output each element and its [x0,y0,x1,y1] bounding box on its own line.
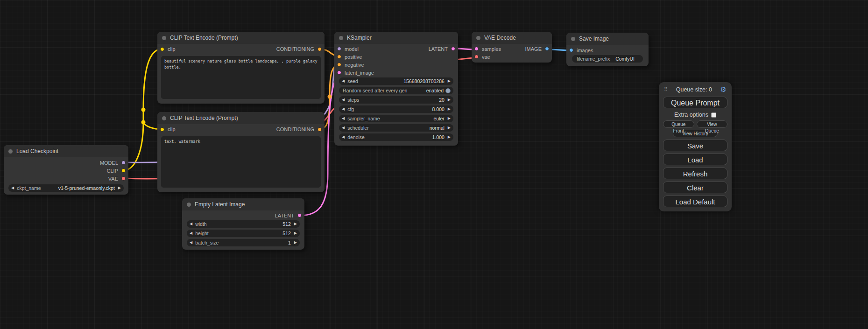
collapse-dot-icon[interactable] [162,116,166,120]
load-button[interactable]: Load [663,154,727,165]
increment-arrow-icon[interactable]: ▶ [448,79,451,83]
collapse-dot-icon[interactable] [8,149,13,154]
node-title: Empty Latent Image [195,201,245,208]
prompt-textarea[interactable]: beautiful scenery nature glass bottle la… [161,56,321,99]
denoise-widget[interactable]: ◀ denoise 1.000 ▶ [339,133,453,141]
widget-label: seed [347,78,358,84]
node-load-checkpoint[interactable]: Load Checkpoint MODEL CLIP VAE ◀ ckpt_na… [4,145,128,195]
collapse-dot-icon[interactable] [339,36,343,40]
prev-value-arrow-icon[interactable]: ◀ [11,186,14,190]
scheduler-widget[interactable]: ◀ scheduler normal ▶ [339,124,453,132]
node-title: CLIP Text Encode (Prompt) [170,115,238,121]
ckpt-name-widget[interactable]: ◀ ckpt_name v1-5-pruned-emaonly.ckpt ▶ [8,184,124,192]
steps-widget[interactable]: ◀ steps 20 ▶ [339,96,453,104]
decrement-arrow-icon[interactable]: ◀ [342,79,345,83]
sampler-name-widget[interactable]: ◀ sampler_name euler ▶ [339,115,453,122]
node-clip-text-encode-positive[interactable]: CLIP Text Encode (Prompt) clip CONDITION… [157,32,325,104]
input-slot-latent-image[interactable] [337,70,341,75]
node-title-bar[interactable]: KSampler [334,32,458,44]
slot-label: vae [482,54,490,60]
node-clip-text-encode-negative[interactable]: CLIP Text Encode (Prompt) clip CONDITION… [157,112,325,192]
seed-widget[interactable]: ◀ seed 156680208700286 ▶ [339,77,453,85]
input-slot-clip[interactable] [160,127,164,132]
output-slot-model[interactable] [121,161,126,165]
input-slot-clip[interactable] [160,47,164,51]
view-queue-button[interactable]: View Queue [697,120,728,128]
input-slot-vae[interactable] [474,55,479,59]
input-slot-model[interactable] [337,47,341,51]
comfyui-canvas[interactable]: { "colors": { "model": "#b39ddb", "clip"… [0,0,868,329]
input-slot-positive[interactable] [337,55,341,59]
drag-handle-icon[interactable]: ⠿ [664,86,668,92]
node-title-bar[interactable]: VAE Decode [472,32,552,44]
widget-label: Random seed after every gen [343,88,407,93]
refresh-button[interactable]: Refresh [663,168,727,179]
node-save-image[interactable]: Save Image images filename_prefix ComfyU… [566,33,649,66]
next-value-arrow-icon[interactable]: ▶ [118,186,121,190]
prompt-textarea[interactable]: text, watermark [161,136,321,188]
queue-buttons-row: Queue Front View Queue [663,120,727,128]
filename-prefix-widget[interactable]: filename_prefix ComfyUI [572,55,643,63]
output-slot-vae[interactable] [121,176,126,181]
decrement-arrow-icon[interactable]: ◀ [342,98,345,102]
load-default-button[interactable]: Load Default [663,196,727,207]
queue-prompt-button[interactable]: Queue Prompt [663,97,727,108]
increment-arrow-icon[interactable]: ▶ [294,231,297,235]
decrement-arrow-icon[interactable]: ◀ [190,222,192,226]
widget-label: denoise [347,134,365,140]
node-title-bar[interactable]: Load Checkpoint [4,145,128,157]
increment-arrow-icon[interactable]: ▶ [448,135,451,139]
save-button[interactable]: Save [663,140,727,151]
random-seed-toggle-widget[interactable]: Random seed after every gen enabled [339,87,453,94]
collapse-dot-icon[interactable] [187,203,191,207]
input-slot-samples[interactable] [474,47,479,51]
collapse-dot-icon[interactable] [162,36,166,40]
reroute-dot-clip-upper[interactable] [141,108,146,112]
output-slot-conditioning[interactable] [318,47,322,51]
toggle-knob-icon[interactable] [445,88,451,93]
widget-value: 8.000 [432,106,448,112]
decrement-arrow-icon[interactable]: ◀ [342,107,345,111]
node-ksampler[interactable]: KSampler model LATENT positive negative … [334,32,458,146]
input-slot-images[interactable] [569,48,573,52]
increment-arrow-icon[interactable]: ▶ [448,107,451,111]
increment-arrow-icon[interactable]: ▶ [448,98,451,102]
node-title-bar[interactable]: CLIP Text Encode (Prompt) [157,32,325,44]
batch-size-widget[interactable]: ◀ batch_size 1 ▶ [187,239,300,246]
decrement-arrow-icon[interactable]: ◀ [342,135,345,139]
slot-label: clip [168,126,176,132]
next-value-arrow-icon[interactable]: ▶ [448,126,451,130]
input-slot-negative[interactable] [337,63,341,67]
collapse-dot-icon[interactable] [571,37,575,41]
output-slot-latent[interactable] [297,213,302,217]
queue-menu-panel[interactable]: ⠿ Queue size: 0 ⚙ Queue Prompt Extra opt… [659,82,732,211]
cfg-widget[interactable]: ◀ cfg 8.000 ▶ [339,105,453,113]
prev-value-arrow-icon[interactable]: ◀ [342,126,345,130]
clear-button[interactable]: Clear [663,182,727,193]
node-title-bar[interactable]: Save Image [566,33,649,45]
collapse-dot-icon[interactable] [476,36,480,40]
reroute-dot-clip-lower[interactable] [141,120,146,125]
decrement-arrow-icon[interactable]: ◀ [190,241,192,245]
settings-gear-icon[interactable]: ⚙ [720,86,727,93]
next-value-arrow-icon[interactable]: ▶ [448,117,451,120]
increment-arrow-icon[interactable]: ▶ [294,241,297,245]
output-slot-latent[interactable] [451,47,455,51]
node-title-bar[interactable]: CLIP Text Encode (Prompt) [157,112,325,124]
output-slot-image[interactable] [545,47,549,51]
prev-value-arrow-icon[interactable]: ◀ [342,117,345,120]
width-widget[interactable]: ◀ width 512 ▶ [187,220,300,228]
decrement-arrow-icon[interactable]: ◀ [190,231,192,235]
extra-options-checkbox[interactable] [711,112,716,118]
increment-arrow-icon[interactable]: ▶ [294,222,297,226]
node-empty-latent-image[interactable]: Empty Latent Image LATENT ◀ width 512 ▶ … [182,198,304,250]
node-vae-decode[interactable]: VAE Decode samples IMAGE vae [472,32,552,63]
node-title-bar[interactable]: Empty Latent Image [182,198,304,210]
height-widget[interactable]: ◀ height 512 ▶ [187,230,300,237]
output-slot-clip[interactable] [121,168,126,173]
reroute-dot-conditioning[interactable] [328,95,332,99]
queue-front-button[interactable]: Queue Front [663,120,694,128]
slot-label: latent_image [345,70,374,76]
widget-label: width [195,221,207,227]
output-slot-conditioning[interactable] [318,127,322,132]
